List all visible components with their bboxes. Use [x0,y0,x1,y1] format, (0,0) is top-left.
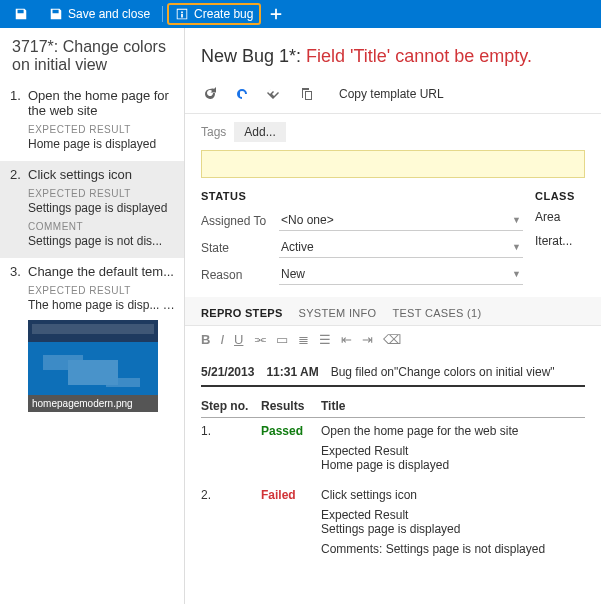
outdent-button[interactable]: ⇤ [341,332,352,347]
repro-exp: Home page is displayed [321,458,585,472]
tags-row: Tags Add... [185,114,601,150]
assigned-value: <No one> [281,213,334,227]
right-panel: New Bug 1*: Field 'Title' cannot be empt… [184,28,601,604]
copy-button[interactable] [297,85,315,103]
add-tag-button[interactable]: Add... [234,122,285,142]
attachment-image [28,320,158,395]
step-num: 2. [10,167,28,182]
iteration-link[interactable]: Iterat... [535,234,585,248]
repro-comments: Comments: Settings page is not displayed [321,542,585,556]
format-toolbar: B I U ⫘ ▭ ≣ ☰ ⇤ ⇥ ⌫ [185,326,601,353]
repro-step-num: 1. [201,424,261,438]
expected-label: EXPECTED RESULT [28,124,176,135]
refresh-icon [202,86,218,102]
step-title: Open the home page for the web site [28,88,176,118]
expected-label: EXPECTED RESULT [28,285,176,296]
bold-button[interactable]: B [201,332,210,347]
create-bug-button[interactable]: Create bug [175,7,253,21]
repro-area: 5/21/2013 11:31 AM Bug filed on"Change c… [185,353,601,582]
bug-title-prefix: New Bug 1*: [201,46,306,66]
page-title: 3717*: Change colors on initial view [0,28,184,82]
attach-button[interactable] [265,85,283,103]
tab-repro-steps[interactable]: REPRO STEPS [201,307,283,319]
expected-value: Home page is displayed [28,137,176,151]
col-step: Step no. [201,399,261,413]
repro-time: 11:31 AM [266,365,318,379]
refresh-button[interactable] [201,85,219,103]
assigned-dropdown[interactable]: <No one>▼ [279,210,523,231]
expected-value: Settings page is displayed [28,201,176,215]
repro-filed-on: Bug filed on"Change colors on initial vi… [331,365,555,379]
undo-button[interactable] [233,85,251,103]
create-bug-highlight: Create bug [167,3,261,25]
step-1[interactable]: 1. Open the home page for the web site E… [0,82,184,161]
repro-exp-label: Expected Result [321,508,585,522]
copy-template-link[interactable]: Copy template URL [339,87,444,101]
add-button[interactable] [261,5,291,23]
repro-exp-label: Expected Result [321,444,585,458]
image-button[interactable]: ▭ [276,332,288,347]
bug-toolbar: Copy template URL [185,81,601,114]
attachment-filename: homepagemodern.png [28,395,158,412]
repro-result: Passed [261,424,321,438]
bug-title-input[interactable] [201,150,585,178]
state-value: Active [281,240,314,254]
save-close-icon [49,7,63,21]
repro-exp: Settings page is displayed [321,522,585,536]
step-3[interactable]: 3. Change the default tem... EXPECTED RE… [0,258,184,422]
expected-value: The home page is disp... modern look see… [28,298,176,312]
reason-value: New [281,267,305,281]
bullets-button[interactable]: ≣ [298,332,309,347]
attachment-thumb[interactable]: homepagemodern.png [28,320,158,412]
link-button[interactable]: ⫘ [253,332,266,347]
bug-title-error: Field 'Title' cannot be empty. [306,46,532,66]
state-dropdown[interactable]: Active▼ [279,237,523,258]
expected-label: EXPECTED RESULT [28,188,176,199]
indent-button[interactable]: ⇥ [362,332,373,347]
comment-value: Settings page is not dis... [28,234,176,248]
save-close-button[interactable]: Save and close [41,5,158,23]
repro-step-num: 2. [201,488,261,502]
italic-button[interactable]: I [220,332,224,347]
repro-title: Click settings icon [321,488,585,502]
state-label: State [201,241,279,255]
reason-label: Reason [201,268,279,282]
reason-dropdown[interactable]: New▼ [279,264,523,285]
repro-row-1: 1. Passed Open the home page for the web… [201,418,585,482]
undo-icon [234,86,250,102]
col-title: Title [321,399,585,413]
toolbar-separator [162,6,163,22]
top-toolbar: Save and close Create bug [0,0,601,28]
left-panel: 3717*: Change colors on initial view 1. … [0,28,184,604]
tab-test-cases[interactable]: TEST CASES (1) [392,307,481,319]
bug-title-row: New Bug 1*: Field 'Title' cannot be empt… [185,28,601,81]
step-num: 3. [10,264,28,279]
plus-icon [269,7,283,21]
class-header: CLASS [535,190,585,202]
col-results: Results [261,399,321,413]
save-icon-button[interactable] [6,5,41,23]
step-title: Click settings icon [28,167,132,182]
repro-row-2: 2. Failed Click settings icon Expected R… [201,482,585,566]
caret-icon: ▼ [512,215,521,225]
repro-result: Failed [261,488,321,502]
clear-button[interactable]: ⌫ [383,332,401,347]
repro-title: Open the home page for the web site [321,424,585,438]
step-title: Change the default tem... [28,264,174,279]
detail-tabs: REPRO STEPS SYSTEM INFO TEST CASES (1) [185,297,601,326]
comment-label: COMMENT [28,221,176,232]
numbered-button[interactable]: ☰ [319,332,331,347]
assigned-label: Assigned To [201,214,279,228]
tab-system-info[interactable]: SYSTEM INFO [299,307,377,319]
copy-icon [298,86,314,102]
status-header: STATUS [201,190,535,202]
bug-icon [175,7,189,21]
create-bug-label: Create bug [194,7,253,21]
caret-icon: ▼ [512,269,521,279]
step-2[interactable]: 2. Click settings icon EXPECTED RESULT S… [0,161,184,258]
area-link[interactable]: Area [535,210,585,224]
step-num: 1. [10,88,28,103]
underline-button[interactable]: U [234,332,243,347]
save-close-label: Save and close [68,7,150,21]
caret-icon: ▼ [512,242,521,252]
